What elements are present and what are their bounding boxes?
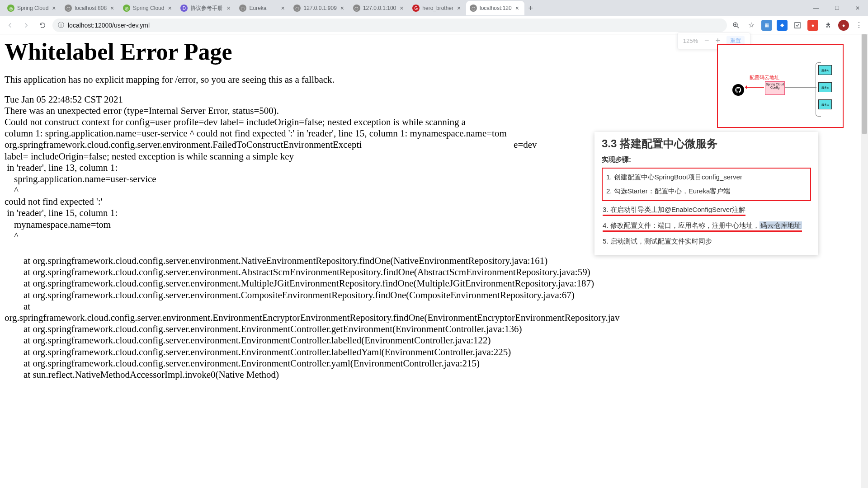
- tab-close-button[interactable]: ×: [339, 5, 346, 12]
- tab-favicon: ◌: [293, 5, 301, 12]
- browser-tab-7[interactable]: Ghero_brother×: [409, 1, 466, 15]
- notes-item-5: 5. 启动测试，测试配置文件实时同步: [602, 235, 811, 249]
- reload-button[interactable]: [36, 19, 49, 32]
- tab-title: localhost:808: [75, 5, 107, 11]
- browser-tab-5[interactable]: ◌127.0.0.1:909×: [290, 1, 349, 15]
- tab-close-button[interactable]: ×: [455, 5, 462, 12]
- tab-close-button[interactable]: ×: [225, 5, 232, 12]
- tab-favicon: ◌: [353, 5, 360, 12]
- extensions-menu-icon[interactable]: [823, 20, 834, 31]
- service-box-c: 服务C: [818, 99, 832, 109]
- tab-title: hero_brother: [422, 5, 453, 11]
- notes-item-4: 4. 修改配置文件：端口，应用名称，注册中心地址，码云仓库地址: [602, 219, 811, 235]
- back-button[interactable]: [4, 19, 16, 32]
- tab-bar: ◎Spring Cloud×◌localhost:808×◎Spring Clo…: [0, 0, 868, 16]
- overlay-notes: 3.3 搭建配置中心微服务 实现步骤: 1. 创建配置中心SpringBoot项…: [594, 132, 818, 255]
- close-window-button[interactable]: ✕: [847, 1, 868, 15]
- bookmark-icon[interactable]: ☆: [746, 20, 757, 31]
- extension-icon-1[interactable]: ▦: [761, 20, 772, 31]
- browser-tab-6[interactable]: ◌127.0.0.1:100×: [349, 1, 409, 15]
- window-controls: — ☐ ✕: [806, 1, 868, 15]
- tab-favicon: ◎: [7, 5, 14, 12]
- tab-title: 127.0.0.1:100: [363, 5, 396, 11]
- tab-favicon: ◌: [239, 5, 246, 12]
- extension-icon-4[interactable]: ●: [807, 20, 818, 31]
- notes-subtitle: 实现步骤:: [594, 154, 818, 168]
- diagram-label: 配置码云地址: [750, 74, 779, 81]
- notes-item-3: 3. 在启动引导类上加@EnableConfigServer注解: [602, 203, 811, 219]
- tab-favicon: ◌: [65, 5, 72, 12]
- url-input[interactable]: ⓘ localhost:12000/user-dev.yml: [52, 19, 727, 32]
- tab-title: Eureka: [249, 5, 277, 11]
- profile-avatar[interactable]: ●: [838, 20, 849, 31]
- browser-tab-4[interactable]: ◌Eureka×: [236, 1, 290, 15]
- tab-title: Spring Cloud: [133, 5, 164, 11]
- maximize-button[interactable]: ☐: [826, 1, 847, 15]
- tab-close-button[interactable]: ×: [398, 5, 405, 12]
- tab-close-button[interactable]: ×: [279, 5, 286, 12]
- minimize-button[interactable]: —: [806, 1, 826, 15]
- tab-close-button[interactable]: ×: [108, 5, 116, 12]
- chrome-menu-icon[interactable]: ⋮: [854, 20, 864, 31]
- browser-tab-8[interactable]: ◌localhost:120×: [466, 1, 524, 15]
- browser-tab-3[interactable]: D协议参考手册×: [177, 1, 236, 15]
- address-bar: ⓘ localhost:12000/user-dev.yml ☆ ▦ ◆ ● ●…: [0, 16, 868, 34]
- connector-line: [785, 87, 816, 88]
- tab-title: Spring Cloud: [17, 5, 48, 11]
- arrow-icon: [745, 87, 764, 88]
- tab-title: 127.0.0.1:909: [303, 5, 336, 11]
- new-tab-button[interactable]: +: [524, 2, 537, 14]
- notes-title: 3.3 搭建配置中心微服务: [594, 132, 818, 154]
- tab-close-button[interactable]: ×: [514, 5, 521, 12]
- svg-rect-1: [795, 23, 800, 28]
- forward-button[interactable]: [20, 19, 33, 32]
- browser-tab-2[interactable]: ◎Spring Cloud×: [119, 1, 177, 15]
- site-info-icon[interactable]: ⓘ: [58, 21, 64, 29]
- tab-close-button[interactable]: ×: [50, 5, 57, 12]
- browser-tab-1[interactable]: ◌localhost:808×: [61, 1, 119, 15]
- stack-trace: at org.springframework.cloud.config.serv…: [5, 255, 863, 380]
- tab-title: 协议参考手册: [190, 5, 223, 12]
- tab-favicon: ◎: [123, 5, 130, 12]
- notes-list: 1. 创建配置中心SpringBoot项目config_server 2. 勾选…: [594, 168, 818, 255]
- notes-item-1: 1. 创建配置中心SpringBoot项目config_server: [605, 170, 807, 184]
- overlay-diagram: 配置码云地址 Spring Cloud Config 服务A 服务B 服务C: [717, 44, 844, 128]
- tab-favicon: G: [412, 5, 420, 12]
- service-box-a: 服务A: [818, 65, 832, 75]
- tab-title: localhost:120: [480, 5, 512, 11]
- toolbar-icons: ☆ ▦ ◆ ● ● ⋮: [731, 20, 864, 31]
- url-text: localhost:12000/user-dev.yml: [68, 22, 150, 29]
- config-server-box: Spring Cloud Config: [765, 81, 785, 95]
- extension-icon-3[interactable]: [792, 20, 803, 31]
- browser-tab-0[interactable]: ◎Spring Cloud×: [4, 1, 61, 15]
- tab-favicon: ◌: [470, 5, 477, 12]
- extension-icon-2[interactable]: ◆: [777, 20, 788, 31]
- zoom-icon[interactable]: [731, 20, 741, 31]
- scrollbar-thumb[interactable]: [862, 34, 867, 134]
- tabs-container: ◎Spring Cloud×◌localhost:808×◎Spring Clo…: [4, 1, 524, 15]
- notes-highlighted-box: 1. 创建配置中心SpringBoot项目config_server 2. 勾选…: [602, 168, 811, 201]
- github-icon: [732, 84, 744, 96]
- service-box-b: 服务B: [818, 82, 832, 92]
- tab-close-button[interactable]: ×: [166, 5, 173, 12]
- notes-item-2: 2. 勾选Starter：配置中心，Eureka客户端: [605, 184, 807, 198]
- tab-favicon: D: [180, 5, 188, 12]
